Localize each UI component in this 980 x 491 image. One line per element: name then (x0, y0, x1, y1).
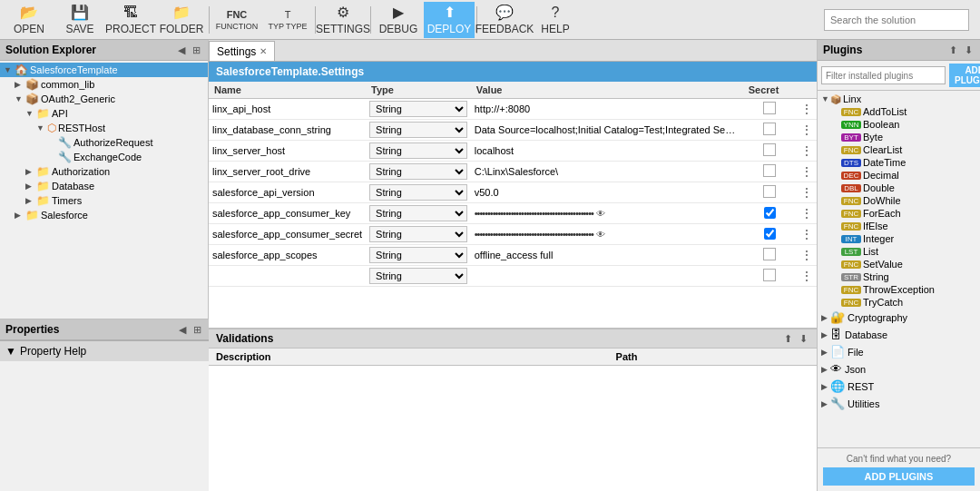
settings-cell-actions[interactable]: ⋮ (797, 162, 817, 182)
kebab-menu-icon[interactable]: ⋮ (800, 269, 813, 283)
linx-plugin-item[interactable]: ▶ FNC ThrowException (818, 283, 980, 296)
save-button[interactable]: 💾 SAVE (54, 2, 105, 38)
settings-cell-secret[interactable] (743, 120, 797, 141)
settings-cell-actions[interactable]: ⋮ (797, 120, 817, 141)
settings-cell-secret[interactable] (743, 245, 797, 266)
secret-checkbox[interactable] (764, 228, 776, 240)
plugins-icon-2[interactable]: ⬇ (963, 44, 975, 56)
settings-cell-actions[interactable]: ⋮ (797, 245, 817, 266)
tab-close-icon[interactable]: ✕ (260, 46, 267, 56)
type-select[interactable]: String (369, 205, 467, 221)
solution-explorer-icon-1[interactable]: ◀ (176, 44, 187, 56)
kebab-menu-icon[interactable]: ⋮ (800, 164, 813, 179)
linx-plugin-item[interactable]: ▶ STR String (818, 270, 980, 283)
project-button[interactable]: 🏗 PROJECT (105, 2, 156, 38)
settings-tab[interactable]: Settings ✕ (209, 41, 275, 61)
settings-cell-type[interactable]: String (366, 245, 471, 266)
secret-checkbox-empty[interactable] (763, 185, 776, 198)
type-select[interactable]: String (369, 268, 467, 284)
tree-item-api[interactable]: ▼ 📁 API (0, 106, 208, 121)
linx-plugin-item[interactable]: ▶ FNC ClearList (818, 143, 980, 156)
properties-icon-2[interactable]: ⊞ (191, 324, 203, 336)
settings-cell-type[interactable]: String (366, 266, 471, 287)
feedback-button[interactable]: 💬 FEEDBACK (479, 2, 530, 38)
search-input[interactable] (824, 9, 969, 31)
settings-cell-actions[interactable]: ⋮ (797, 224, 817, 245)
linx-plugin-item[interactable]: ▶ BYT Byte (818, 131, 980, 143)
secret-checkbox-empty[interactable] (763, 123, 776, 135)
secret-checkbox-empty[interactable] (763, 269, 776, 281)
validations-icon-1[interactable]: ⬆ (782, 333, 794, 345)
linx-plugin-item[interactable]: ▶ INT Integer (818, 232, 980, 245)
secret-checkbox-empty[interactable] (763, 143, 776, 156)
settings-cell-type[interactable]: String (366, 203, 471, 224)
settings-button[interactable]: ⚙ SETTINGS (318, 2, 368, 38)
type-select[interactable]: String (369, 122, 467, 138)
settings-cell-actions[interactable]: ⋮ (797, 182, 817, 203)
plugin-category-item[interactable]: ▶ 🌐 REST (818, 378, 980, 395)
type-select[interactable]: String (369, 101, 467, 117)
eye-icon[interactable]: 👁 (596, 230, 605, 240)
settings-cell-secret[interactable] (743, 266, 797, 287)
tree-item-authorize[interactable]: ▶ 🔧 AuthorizeRequest (0, 135, 208, 150)
linx-plugin-item[interactable]: ▶ YNN Boolean (818, 118, 980, 131)
property-help[interactable]: ▼ Property Help (0, 340, 209, 361)
linx-plugin-item[interactable]: ▶ DTS DateTime (818, 156, 980, 169)
linx-plugin-item[interactable]: ▶ FNC SetValue (818, 258, 980, 270)
tree-item-timers[interactable]: ▶ 📁 Timers (0, 193, 208, 208)
secret-checkbox[interactable] (764, 207, 776, 219)
settings-cell-secret[interactable] (743, 162, 797, 182)
settings-cell-type[interactable]: String (366, 141, 471, 162)
settings-cell-type[interactable]: String (366, 224, 471, 245)
eye-icon[interactable]: 👁 (596, 209, 605, 219)
tree-item-oauth2[interactable]: ▼ 📦 OAuth2_Generic (0, 92, 208, 106)
secret-checkbox-empty[interactable] (763, 164, 776, 177)
linx-plugin-item[interactable]: ▶ FNC ForEach (818, 207, 980, 220)
folder-button[interactable]: 📁 FOLDER (156, 2, 207, 38)
plugins-icon-1[interactable]: ⬆ (947, 44, 959, 56)
debug-button[interactable]: ▶ DEBUG (373, 2, 424, 38)
linx-plugin-item[interactable]: ▶ FNC TryCatch (818, 296, 980, 309)
tree-item-resthost[interactable]: ▼ ⬡ RESTHost (0, 121, 208, 135)
solution-explorer-icon-2[interactable]: ⊞ (191, 44, 202, 56)
deploy-button[interactable]: ⬆ DEPLOY (424, 2, 475, 38)
tree-item-common-lib[interactable]: ▶ 📦 common_lib (0, 77, 208, 92)
settings-cell-actions[interactable]: ⋮ (797, 266, 817, 287)
properties-icon-1[interactable]: ◀ (177, 324, 188, 336)
linx-plugin-item[interactable]: ▶ DBL Double (818, 182, 980, 194)
add-plugins-small-button[interactable]: ADD PLUGINS (949, 64, 980, 87)
linx-plugin-item[interactable]: ▶ FNC DoWhile (818, 194, 980, 207)
settings-cell-actions[interactable]: ⋮ (797, 99, 817, 120)
open-button[interactable]: 📂 OPEN (4, 2, 54, 38)
linx-plugin-item[interactable]: ▶ DEC Decimal (818, 169, 980, 182)
tree-item-exchange[interactable]: ▶ 🔧 ExchangeCode (0, 150, 208, 164)
type-select[interactable]: String (369, 226, 467, 242)
settings-cell-secret[interactable] (743, 203, 797, 224)
type-select[interactable]: String (369, 142, 467, 159)
validations-icon-2[interactable]: ⬇ (798, 333, 809, 345)
linx-plugin-item[interactable]: ▶ FNC IfElse (818, 220, 980, 232)
settings-cell-actions[interactable]: ⋮ (797, 203, 817, 224)
plugins-linx-header[interactable]: ▼ 📦 Linx (818, 93, 980, 105)
type-select[interactable]: String (369, 163, 467, 180)
add-plugins-button[interactable]: ADD PLUGINS (823, 467, 975, 486)
help-button[interactable]: ? HELP (530, 2, 581, 38)
settings-cell-secret[interactable] (743, 141, 797, 162)
settings-cell-actions[interactable]: ⋮ (797, 141, 817, 162)
tree-item-salesforce-template[interactable]: ▼ 🏠 SalesforceTemplate (0, 63, 208, 77)
settings-cell-type[interactable]: String (366, 120, 471, 141)
kebab-menu-icon[interactable]: ⋮ (800, 143, 813, 158)
settings-cell-type[interactable]: String (366, 182, 471, 203)
kebab-menu-icon[interactable]: ⋮ (800, 206, 813, 221)
plugins-filter-input[interactable] (821, 66, 946, 84)
settings-cell-secret[interactable] (743, 182, 797, 203)
settings-cell-secret[interactable] (743, 99, 797, 120)
settings-cell-secret[interactable] (743, 224, 797, 245)
tree-item-salesforce[interactable]: ▶ 📁 Salesforce (0, 208, 208, 222)
kebab-menu-icon[interactable]: ⋮ (800, 185, 813, 200)
kebab-menu-icon[interactable]: ⋮ (800, 248, 813, 262)
plugin-category-item[interactable]: ▶ 🔧 Utilities (818, 395, 980, 412)
type-select[interactable]: String (369, 184, 467, 201)
tree-item-database[interactable]: ▶ 📁 Database (0, 179, 208, 193)
typ-button[interactable]: T TYP TYPE (262, 2, 313, 38)
